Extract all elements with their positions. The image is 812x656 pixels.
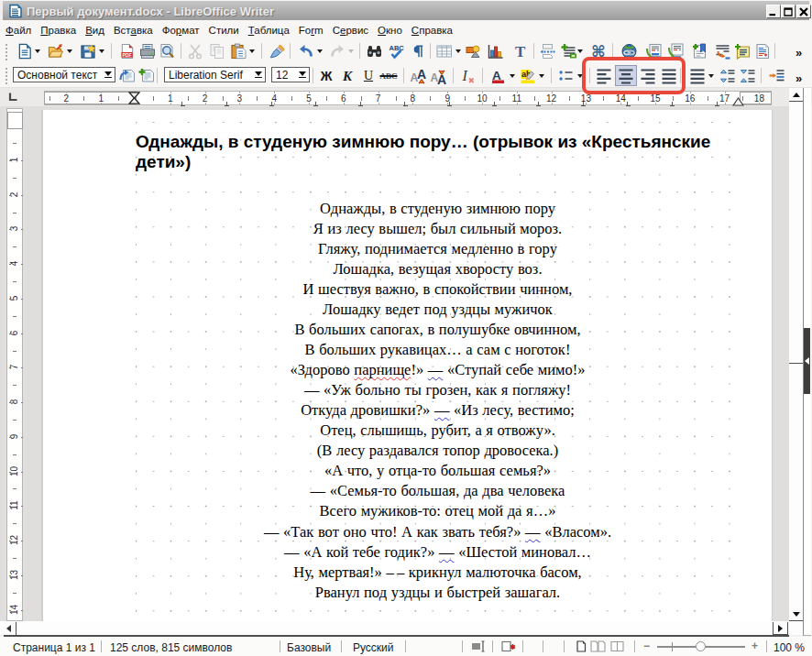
insert-table-button[interactable]: [434, 42, 453, 60]
bullet-list-arrow-icon[interactable]: [577, 74, 583, 78]
strikethrough-button[interactable]: ABC: [379, 67, 398, 85]
insert-endnote-button[interactable]: [666, 42, 685, 60]
open-button[interactable]: [47, 42, 65, 60]
document-page[interactable]: Однажды, в студеную зимнюю пору… (отрыво…: [43, 110, 772, 621]
menu-вставка[interactable]: Вставка: [109, 23, 158, 38]
line-spacing-button[interactable]: [688, 67, 707, 85]
document-heading[interactable]: Однажды, в студеную зимнюю пору… (отрыво…: [136, 132, 730, 172]
menu-справка[interactable]: Справка: [407, 23, 457, 38]
print-button[interactable]: [138, 42, 157, 60]
subscript-button[interactable]: AA: [429, 67, 447, 85]
align-center-button[interactable]: [615, 65, 637, 86]
align-right-button[interactable]: [639, 67, 657, 85]
insert-special-character-button[interactable]: ⌘: [589, 42, 608, 60]
underline-button[interactable]: U: [359, 67, 378, 85]
undo-arrow-icon[interactable]: [317, 49, 323, 53]
highlight-color-button[interactable]: ab: [518, 67, 536, 85]
page-count-status[interactable]: Страница 1 из 1: [13, 641, 95, 654]
toolbar-overflow-button[interactable]: »: [796, 71, 802, 85]
menu-окно[interactable]: Окно: [373, 23, 407, 38]
italic-button[interactable]: K: [338, 67, 357, 85]
toolbar-overflow-button[interactable]: »: [796, 46, 802, 60]
insert-chart-button[interactable]: [486, 42, 504, 60]
tab-stop-type-selector[interactable]: [6, 91, 19, 104]
page-style-status[interactable]: Базовый: [287, 641, 331, 654]
bullet-list-button[interactable]: [556, 67, 575, 85]
font-size-combobox-dropdown-button[interactable]: [295, 68, 309, 82]
document-modified-icon[interactable]: [501, 640, 516, 652]
new-document-button[interactable]: [16, 42, 34, 60]
close-button[interactable]: [796, 5, 811, 18]
save-arrow-icon[interactable]: [99, 49, 104, 53]
scroll-up-button[interactable]: [789, 88, 804, 102]
sidebar-show-handle[interactable]: [804, 328, 810, 394]
new-document-arrow-icon[interactable]: [35, 49, 40, 53]
clone-formatting-button[interactable]: [269, 42, 287, 60]
font-color-arrow-icon[interactable]: [510, 74, 515, 78]
toolbar-grip[interactable]: [5, 67, 8, 84]
track-changes-button[interactable]: [753, 42, 772, 60]
book-view-icon[interactable]: [609, 640, 625, 652]
poem-text[interactable]: Однажды, в студеную зимнюю поруЯ из лесу…: [136, 199, 740, 603]
update-style-button[interactable]: [117, 67, 136, 85]
justify-button[interactable]: [660, 67, 678, 85]
line-spacing-arrow-icon[interactable]: [708, 74, 714, 78]
toolbar-grip[interactable]: [5, 43, 8, 60]
insert-cross-reference-button[interactable]: [713, 42, 731, 60]
redo-arrow-icon[interactable]: [348, 49, 354, 53]
selection-mode-icon[interactable]: [471, 640, 488, 652]
clear-formatting-button[interactable]: I: [458, 67, 477, 85]
insert-table-arrow-icon[interactable]: [455, 49, 461, 53]
paste-arrow-icon[interactable]: [249, 49, 255, 53]
zoom-out-button[interactable]: −: [643, 640, 650, 652]
align-left-button[interactable]: [595, 67, 613, 85]
undo-button[interactable]: [297, 42, 315, 60]
insert-bookmark-button[interactable]: [690, 42, 708, 60]
horizontal-ruler[interactable]: 21123456789101112131415161718: [44, 91, 772, 105]
scroll-down-button[interactable]: [789, 607, 804, 621]
zoom-level-status[interactable]: 100 %: [774, 641, 805, 654]
vertical-ruler[interactable]: 1234567891011121314: [6, 108, 23, 621]
scroll-right-button[interactable]: [773, 622, 788, 635]
font-name-combobox-dropdown-button[interactable]: [251, 68, 265, 82]
font-size-combobox[interactable]: 12: [271, 67, 310, 82]
menu-стили[interactable]: Стили: [204, 23, 244, 38]
scroll-left-button[interactable]: [2, 622, 16, 635]
insert-image-button[interactable]: [464, 42, 482, 60]
print-preview-button[interactable]: [158, 42, 176, 60]
font-color-button[interactable]: A: [488, 67, 507, 85]
vertical-scrollbar-thumb[interactable]: [789, 103, 804, 364]
insert-field-button[interactable]: [559, 42, 577, 60]
copy-button[interactable]: [208, 42, 226, 60]
bold-button[interactable]: Ж: [317, 67, 335, 85]
find-replace-button[interactable]: [365, 42, 383, 60]
redo-button[interactable]: [328, 42, 346, 60]
insert-textbox-button[interactable]: T: [511, 42, 530, 60]
paragraph-style-combobox-dropdown-button[interactable]: [101, 68, 115, 82]
export-pdf-button[interactable]: PDF: [118, 42, 137, 60]
cut-button[interactable]: [186, 42, 204, 60]
menu-файл[interactable]: Файл: [1, 23, 36, 38]
open-arrow-icon[interactable]: [67, 49, 72, 53]
indent-markers[interactable]: [128, 92, 140, 104]
insert-comment-button[interactable]: [732, 42, 751, 60]
spelling-button[interactable]: ABC: [387, 42, 405, 60]
new-style-button[interactable]: [137, 67, 155, 85]
minimize-button[interactable]: [766, 5, 781, 18]
highlight-color-arrow-icon[interactable]: [539, 74, 544, 78]
paragraph-style-combobox[interactable]: Основной текст: [13, 67, 115, 82]
menu-сервис[interactable]: Сервис: [328, 23, 373, 38]
formatting-marks-button[interactable]: [410, 42, 428, 60]
maximize-button[interactable]: [781, 5, 796, 18]
multi-page-view-icon[interactable]: [590, 640, 606, 652]
word-count-status[interactable]: 125 слов, 815 символов: [110, 641, 232, 654]
superscript-button[interactable]: AA: [409, 67, 427, 85]
increase-paragraph-spacing-button[interactable]: [718, 67, 736, 85]
insert-field-arrow-icon[interactable]: [577, 49, 583, 53]
single-page-view-icon[interactable]: [576, 640, 587, 652]
right-indent-marker[interactable]: [732, 97, 744, 106]
font-name-combobox[interactable]: Liberation Serif: [164, 67, 266, 82]
menu-вид[interactable]: Вид: [81, 23, 109, 38]
zoom-slider-thumb[interactable]: [696, 641, 706, 651]
horizontal-scrollbar[interactable]: [0, 621, 803, 635]
